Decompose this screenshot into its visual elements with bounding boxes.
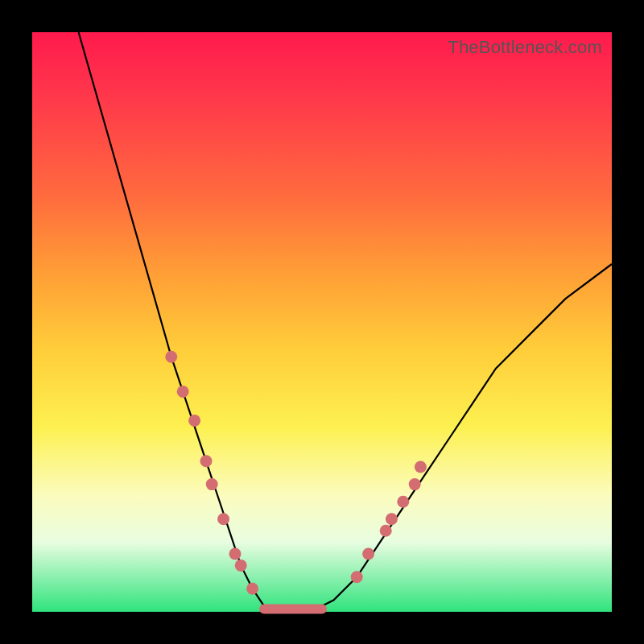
marker-dot [397,496,409,508]
bottleneck-curve [79,32,612,612]
marker-dot [246,583,258,595]
chart-svg [32,32,612,612]
marker-dot [217,513,229,525]
chart-plot-area: TheBottleneck.com [32,32,612,612]
marker-dot [235,559,247,572]
marker-dot [362,548,374,560]
marker-dot [188,415,200,427]
marker-dot [206,478,218,490]
marker-dot [386,513,398,525]
marker-dot [351,571,363,583]
marker-dot [380,525,392,537]
marker-dot [409,478,421,490]
marker-dot [229,548,242,560]
marker-dot [165,351,177,363]
chart-frame: TheBottleneck.com [0,0,644,644]
marker-group [165,351,427,595]
marker-dot [200,455,213,467]
marker-dot [415,461,427,473]
marker-dot [177,386,189,398]
